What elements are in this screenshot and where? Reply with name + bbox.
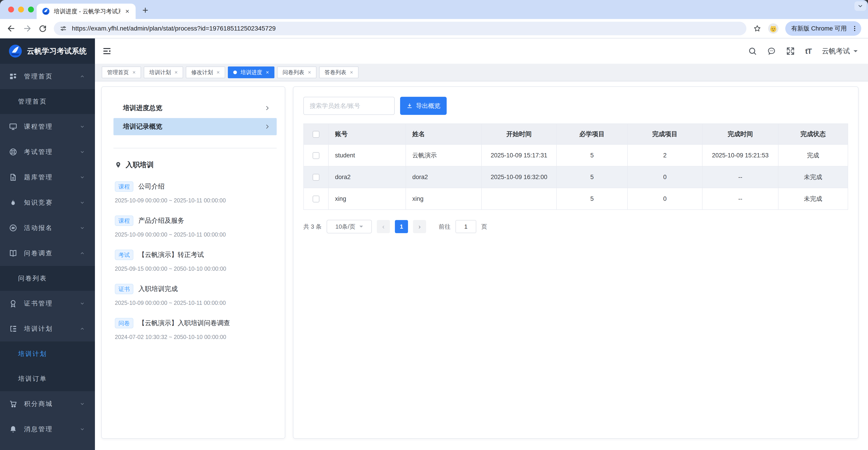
- next-page-button[interactable]: ›: [413, 220, 426, 233]
- divider: [114, 148, 277, 148]
- plan-item[interactable]: 课程 产品介绍及服务 2025-10-09 00:00:00 ~ 2025-10…: [114, 215, 277, 238]
- tab-close-icon[interactable]: ×: [175, 69, 178, 76]
- sidebar-item-training-plan[interactable]: 培训计划: [0, 316, 95, 341]
- row-checkbox[interactable]: [313, 174, 319, 181]
- back-icon[interactable]: [7, 24, 16, 33]
- page-tab-training-plan[interactable]: 培训计划×: [144, 66, 183, 78]
- bookmark-star-icon[interactable]: [753, 24, 761, 33]
- new-tab-button[interactable]: +: [143, 4, 148, 16]
- sidebar-item-points-mall[interactable]: 积分商城: [0, 391, 95, 417]
- table-row[interactable]: student 云帆演示 2025-10-09 15:17:31 5 2 202…: [304, 145, 848, 166]
- user-menu[interactable]: 云帆考试: [822, 47, 858, 56]
- item-date-range: 2025-09-15 00:00:00 ~ 2050-10-10 00:00:0…: [115, 266, 277, 272]
- forward-icon[interactable]: [23, 24, 32, 33]
- chevron-right-icon: [264, 123, 270, 130]
- active-tab-dot: [233, 70, 237, 74]
- goto-page-input[interactable]: [456, 220, 476, 233]
- close-window-button[interactable]: [8, 6, 14, 12]
- flame-icon: [9, 199, 18, 207]
- sidebar-subitem-admin-home[interactable]: 管理首页: [0, 89, 95, 114]
- tab-search-button[interactable]: [855, 1, 866, 11]
- plan-item[interactable]: 问卷 【云帆演示】入职培训问卷调查 2024-07-02 10:30:32 ~ …: [114, 318, 277, 340]
- tab-close-icon[interactable]: ×: [124, 7, 130, 15]
- brand-title: 云帆学习考试系统: [27, 46, 87, 56]
- browser-tab[interactable]: 培训进度 - 云帆学习考试系统 ×: [37, 4, 135, 19]
- browser-menu-kebab-icon[interactable]: [851, 25, 858, 32]
- chevron-down-icon: [80, 301, 85, 306]
- sidebar-item-activity-signup[interactable]: 活动报名: [0, 215, 95, 241]
- chevron-up-icon: [80, 326, 85, 331]
- brand-logo-icon: [8, 44, 22, 58]
- table-row[interactable]: xing xing 5 0 -- 未完成: [304, 188, 848, 210]
- export-button[interactable]: 导出概览: [400, 97, 447, 115]
- item-title: 入职培训完成: [138, 284, 178, 294]
- plan-item[interactable]: 证书 入职培训完成 2025-10-09 00:00:00 ~ 2025-10-…: [114, 284, 277, 306]
- plan-item[interactable]: 课程 公司介绍 2025-10-09 00:00:00 ~ 2025-10-11…: [114, 181, 277, 204]
- reload-icon[interactable]: [38, 24, 47, 33]
- sidebar-subitem-survey-list[interactable]: 问卷列表: [0, 266, 95, 291]
- tab-close-icon[interactable]: ×: [350, 69, 353, 76]
- chevron-up-icon: [80, 250, 85, 256]
- message-icon[interactable]: [767, 47, 776, 55]
- search-input[interactable]: [303, 97, 395, 115]
- dashboard-icon: [9, 72, 18, 81]
- tab-close-icon[interactable]: ×: [217, 69, 220, 76]
- page-tab-training-progress[interactable]: 培训进度×: [228, 66, 274, 78]
- page-tab-answer-list[interactable]: 答卷列表×: [319, 66, 359, 78]
- minimize-window-button[interactable]: [18, 6, 24, 12]
- progress-overview-row[interactable]: 培训进度总览: [114, 99, 277, 117]
- table-header-row: 账号 姓名 开始时间 必学项目 完成项目 完成时间 完成状态: [304, 124, 848, 145]
- chrome-update-chip[interactable]: 有新版 Chrome 可用: [785, 21, 861, 36]
- item-date-range: 2025-10-09 00:00:00 ~ 2025-10-11 00:00:0…: [115, 197, 277, 204]
- item-type-tag: 课程: [115, 181, 133, 192]
- item-type-tag: 课程: [115, 215, 133, 226]
- sidebar-item-survey[interactable]: 问卷调查: [0, 241, 95, 266]
- page-size-select[interactable]: 10条/页: [327, 220, 372, 233]
- hash-circle-icon: [9, 224, 18, 232]
- browser-toolbar: https://exam.yfhl.net/admin/plan/stat/pr…: [0, 19, 868, 38]
- sidebar-item-question-bank[interactable]: 题库管理: [0, 164, 95, 190]
- page-tab-edit-plan[interactable]: 修改计划×: [186, 66, 225, 78]
- profile-avatar[interactable]: [768, 23, 778, 34]
- select-all-checkbox[interactable]: [313, 131, 319, 138]
- site-settings-icon[interactable]: [60, 25, 67, 32]
- records-overview-row[interactable]: 培训记录概览: [114, 118, 277, 135]
- tab-close-icon[interactable]: ×: [266, 69, 269, 76]
- page-tab-survey-list[interactable]: 问卷列表×: [277, 66, 316, 78]
- total-count: 共 3 条: [303, 223, 322, 231]
- item-title: 产品介绍及服务: [138, 216, 184, 225]
- zoom-window-button[interactable]: [28, 6, 34, 12]
- sidebar-menu: 管理首页 管理首页 课程管理 考试管理: [0, 64, 95, 450]
- current-page[interactable]: 1: [395, 220, 408, 233]
- sidebar-subitem-training-plan[interactable]: 培训计划: [0, 341, 95, 366]
- row-checkbox[interactable]: [313, 152, 319, 159]
- plan-item[interactable]: 考试 【云帆演示】转正考试 2025-09-15 00:00:00 ~ 2050…: [114, 250, 277, 272]
- search-icon[interactable]: [748, 47, 757, 55]
- font-size-icon[interactable]: tT: [805, 47, 811, 56]
- sidebar-item-certificates[interactable]: 证书管理: [0, 291, 95, 316]
- sidebar-collapse-icon[interactable]: [102, 47, 112, 56]
- tab-close-icon[interactable]: ×: [308, 69, 311, 76]
- row-checkbox[interactable]: [313, 196, 319, 202]
- fullscreen-icon[interactable]: [786, 47, 795, 55]
- sidebar-item-knowledge-contest[interactable]: 知识竞赛: [0, 190, 95, 215]
- certificate-seal-icon: [9, 299, 18, 307]
- sidebar-item-messages[interactable]: 消息管理: [0, 417, 95, 442]
- page-tab-admin-home[interactable]: 管理首页×: [102, 66, 141, 78]
- sidebar-item-admin-home[interactable]: 管理首页: [0, 64, 95, 89]
- tab-close-icon[interactable]: ×: [132, 69, 135, 76]
- sidebar-item-courses[interactable]: 课程管理: [0, 114, 95, 139]
- table-row[interactable]: dora2 dora2 2025-10-09 16:32:00 5 0 -- 未…: [304, 166, 848, 188]
- chevron-down-icon: [80, 426, 85, 432]
- item-type-tag: 考试: [115, 250, 133, 260]
- prev-page-button[interactable]: ‹: [377, 220, 390, 233]
- address-bar[interactable]: https://exam.yfhl.net/admin/plan/stat/pr…: [54, 22, 746, 35]
- chevron-down-icon: [80, 401, 85, 407]
- browser-window: 培训进度 - 云帆学习考试系统 × + https://exam.yfhl.ne…: [0, 0, 868, 450]
- sidebar-subitem-training-orders[interactable]: 培训订单: [0, 366, 95, 391]
- sidebar-item-exams[interactable]: 考试管理: [0, 139, 95, 164]
- records-table-panel: 导出概览 账号 姓名 开始时间: [293, 86, 859, 439]
- sidebar-item-users[interactable]: 用户管理: [0, 442, 95, 450]
- exam-lifebuoy-icon: [9, 148, 18, 156]
- macos-window-controls: [8, 6, 34, 12]
